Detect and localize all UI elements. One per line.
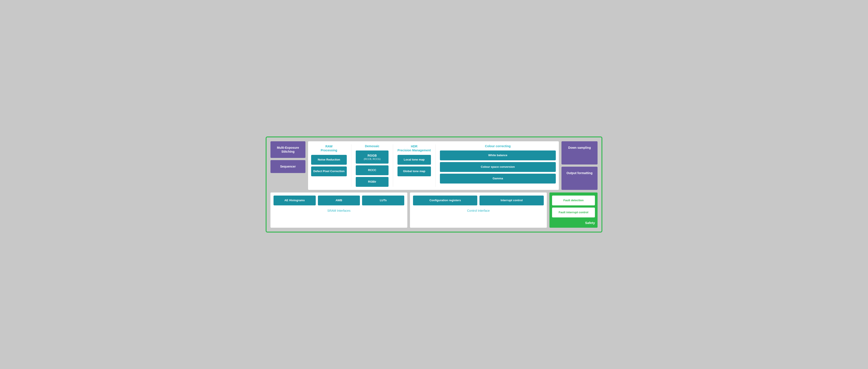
config-registers-box: Configuration registers — [413, 195, 477, 205]
white-balance-label: White balance — [488, 154, 507, 157]
multi-exposure-box: Multi-Exposure Stitching — [271, 141, 305, 158]
demosaic-column: Demosaic RGGB (RCCB, RCCG) RCCC RGBIr — [356, 144, 389, 187]
noise-reduction-label: Noise Reduction — [318, 158, 340, 161]
sequencer-box: Sequencer — [271, 160, 305, 173]
main-container: Multi-Exposure Stitching Sequencer RAW P… — [266, 136, 602, 233]
left-panel: Multi-Exposure Stitching Sequencer — [271, 141, 305, 190]
global-tone-map-label: Global tone map — [403, 170, 425, 173]
fault-detection-box: Fault detection — [552, 195, 595, 205]
defect-pixel-label: Defect Pixel Correction — [313, 170, 345, 173]
down-sampling-box: Down sampling — [561, 141, 597, 164]
fault-interrupt-box: Fault interrupt control — [552, 208, 595, 217]
divider-1 — [351, 144, 351, 187]
right-panel: Down sampling Output formatting — [561, 141, 597, 190]
luts-label: LUTs — [380, 198, 387, 202]
local-tone-map-box: Local tone map — [398, 155, 431, 165]
down-sampling-label: Down sampling — [568, 146, 591, 149]
white-balance-box: White balance — [440, 151, 556, 160]
control-boxes: Configuration registers Interrupt contro… — [413, 195, 544, 205]
output-formatting-label: Output formatting — [566, 171, 592, 175]
safety-panel: Fault detection Fault interrupt control … — [550, 192, 597, 228]
colour-correcting-column: Colour correcting White balance Colour s… — [440, 144, 556, 187]
rggb-label: RGGB — [358, 154, 386, 157]
gamma-label: Gamma — [493, 177, 503, 180]
global-tone-map-box: Global tone map — [398, 166, 431, 176]
control-label: Control Interface — [413, 209, 544, 212]
hdr-title: HDR Precision Management — [398, 144, 431, 152]
colour-space-label: Colour space conversion — [481, 165, 515, 168]
raw-processing-column: RAW Processing Noise Reduction Defect Pi… — [311, 144, 347, 187]
top-row: Multi-Exposure Stitching Sequencer RAW P… — [271, 141, 597, 190]
ae-histograms-label: AE Histograms — [284, 198, 305, 202]
interrupt-control-box: Interrupt control — [479, 195, 544, 205]
config-registers-label: Configuration registers — [429, 198, 461, 202]
rccc-label: RCCC — [368, 168, 376, 172]
awb-label: AWB — [336, 198, 342, 202]
control-panel: Configuration registers Interrupt contro… — [410, 192, 547, 228]
rggb-box: RGGB (RCCB, RCCG) — [356, 151, 389, 164]
sram-boxes: AE Histograms AWB LUTs — [274, 195, 404, 205]
sequencer-label: Sequencer — [280, 165, 296, 168]
luts-box: LUTs — [362, 195, 404, 205]
interrupt-control-label: Interrupt control — [500, 198, 523, 202]
sram-label: SRAM Interfaces — [274, 209, 404, 212]
colour-correcting-title: Colour correcting — [440, 144, 556, 148]
bottom-row: AE Histograms AWB LUTs SRAM Interfaces C… — [271, 192, 597, 228]
main-processing-panel: RAW Processing Noise Reduction Defect Pi… — [308, 141, 559, 190]
hdr-column: HDR Precision Management Local tone map … — [398, 144, 431, 187]
multi-exposure-label: Multi-Exposure Stitching — [277, 146, 299, 153]
fault-interrupt-label: Fault interrupt control — [559, 211, 588, 214]
divider-3 — [435, 144, 436, 187]
defect-pixel-box: Defect Pixel Correction — [311, 166, 347, 176]
rccc-box: RCCC — [356, 165, 389, 175]
rgbir-label: RGBIr — [368, 180, 376, 183]
demosaic-title: Demosaic — [356, 144, 389, 148]
sram-panel: AE Histograms AWB LUTs SRAM Interfaces — [271, 192, 407, 228]
colour-space-box: Colour space conversion — [440, 162, 556, 172]
output-formatting-box: Output formatting — [561, 167, 597, 190]
rggb-sub-label: (RCCB, RCCG) — [358, 157, 386, 160]
gamma-box: Gamma — [440, 174, 556, 184]
noise-reduction-box: Noise Reduction — [311, 155, 347, 165]
awb-box: AWB — [318, 195, 360, 205]
rgbir-box: RGBIr — [356, 177, 389, 187]
local-tone-map-label: Local tone map — [404, 158, 425, 161]
safety-label: Safety — [552, 220, 595, 225]
raw-processing-title: RAW Processing — [311, 144, 347, 152]
ae-histograms-box: AE Histograms — [274, 195, 316, 205]
fault-detection-label: Fault detection — [563, 198, 584, 202]
divider-2 — [393, 144, 393, 187]
